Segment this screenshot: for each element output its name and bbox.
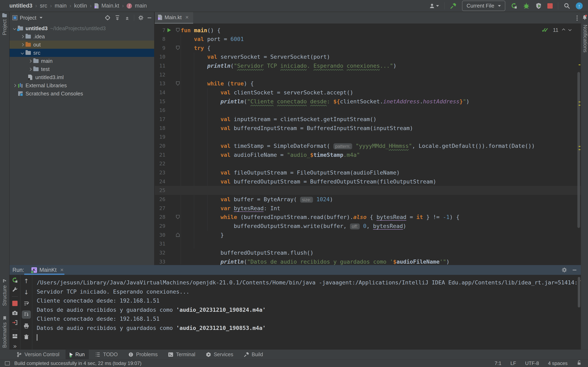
stop-process-button[interactable] [10,300,19,307]
breadcrumb-kotlin-dir[interactable]: kotlin [74,3,87,9]
line-number[interactable]: 22 [155,161,165,167]
run-line-icon[interactable] [167,28,171,32]
line-number[interactable]: 29 [155,223,165,229]
inspections-widget[interactable]: ✓✓ 11 [541,26,571,34]
status-message[interactable]: Build completed successfully in 4 sec, 2… [14,360,141,366]
breadcrumb-main-dir[interactable]: main [55,3,67,9]
tree-expand-arrow[interactable] [27,60,33,62]
notifications-stripe-label[interactable]: Notifications [582,25,588,52]
prev-problem-icon[interactable] [562,29,565,32]
print-button[interactable] [22,322,31,330]
tree-expand-arrow[interactable] [19,35,25,38]
select-opened-file-button[interactable] [104,15,111,21]
tree-row--idea[interactable]: .idea [9,33,154,41]
search-everywhere-button[interactable] [563,2,571,9]
run-tab-mainkt[interactable]: K MainKt × [31,265,63,275]
tree-expand-arrow[interactable] [27,68,33,70]
expand-all-button[interactable] [114,15,121,21]
console-scrollbar[interactable] [578,277,580,308]
fold-collapse-icon[interactable] [176,81,180,86]
readonly-toggle[interactable] [577,360,582,367]
indent-setting[interactable]: 4 spaces [548,360,568,366]
warning-stripe-mark[interactable] [579,105,580,106]
line-number[interactable]: 31 [155,241,165,247]
line-number[interactable]: 25 [155,187,165,193]
fold-end-icon[interactable] [176,233,180,237]
editor-options-button[interactable] [577,16,578,21]
line-number[interactable]: 32 [155,250,165,256]
project-settings-button[interactable] [138,15,144,21]
breadcrumb-file[interactable]: Main.kt [102,3,119,9]
breadcrumb-project[interactable]: untitled3 [9,3,33,9]
file-encoding[interactable]: UTF-8 [525,360,539,366]
project-panel-title[interactable]: Project [20,15,36,21]
chevron-down-icon[interactable] [40,17,43,18]
line-separator[interactable]: LF [510,360,516,366]
close-run-tab-icon[interactable]: × [60,267,63,273]
breadcrumb-function[interactable]: main [135,3,147,9]
line-number[interactable]: 23 [155,170,165,175]
soft-wrap-button[interactable] [22,299,31,308]
line-number[interactable]: 11 [155,63,165,69]
tool-window-button-project[interactable]: Project [2,14,8,35]
line-number[interactable]: 8 [155,36,165,42]
run-with-coverage-button[interactable] [535,2,542,9]
capture-snapshot-button[interactable] [10,310,19,316]
line-number[interactable]: 30 [155,232,165,238]
build-project-button[interactable] [450,2,457,9]
tool-window-button-problems[interactable]: Problems [124,350,162,359]
editor-tab-mainkt[interactable]: Main.kt × [155,12,193,24]
warning-stripe-mark[interactable] [579,149,580,150]
caret-position[interactable]: 7:1 [495,360,502,366]
edit-configuration-button[interactable] [10,286,19,293]
line-number[interactable]: 24 [155,179,165,184]
warning-stripe-mark[interactable] [579,101,580,102]
run-button[interactable] [511,2,518,9]
line-number[interactable]: 18 [155,125,165,131]
tool-window-button-services[interactable]: Services [201,350,237,359]
restore-layout-button[interactable] [10,333,19,340]
line-number[interactable]: 33 [155,259,165,265]
run-console-output[interactable]: /Users/jesusn/Library/Java/JavaVirtualMa… [32,275,581,350]
line-number[interactable]: 21 [155,152,165,158]
window-icon[interactable] [5,361,10,365]
code-editor[interactable]: 7fun main() {8 val port = 60019 try {10 … [155,24,581,265]
scroll-to-end-button[interactable] [22,310,31,319]
line-number[interactable]: 10 [155,54,165,60]
run-settings-button[interactable] [561,267,567,273]
tree-row-src[interactable]: src [9,49,154,57]
line-number[interactable]: 7 [155,27,165,33]
line-number[interactable]: 14 [155,90,165,95]
tool-window-button-todo[interactable]: TODO [91,350,122,359]
fold-collapse-icon[interactable] [176,46,180,50]
tool-window-button-run[interactable]: Run [66,350,89,359]
tool-window-button-version-control[interactable]: Version Control [12,350,63,359]
line-number[interactable]: 19 [155,134,165,140]
notifications-button[interactable] [582,15,588,21]
collapse-all-button[interactable] [124,15,130,21]
tree-row-test[interactable]: test [9,65,154,73]
tree-row-untitled3[interactable]: untitled3~/IdeaProjects/untitled3 [9,24,154,33]
clear-all-button[interactable] [22,333,31,341]
line-number[interactable]: 27 [155,205,165,211]
tool-window-button-terminal[interactable]: Terminal [164,350,199,359]
line-number[interactable]: 16 [155,107,165,113]
show-process-button[interactable] [10,319,19,326]
tree-expand-arrow[interactable] [19,52,25,54]
fold-collapse-icon[interactable] [176,215,180,219]
line-number[interactable]: 28 [155,214,165,220]
tree-expand-arrow[interactable] [19,44,25,46]
tree-row-external-libraries[interactable]: External Libraries [9,81,154,90]
tree-row-untitled3-iml[interactable]: untitled3.iml [9,73,154,81]
update-available-button[interactable]: ↑ [576,2,583,9]
warning-stripe-mark[interactable] [579,64,580,65]
tree-row-out[interactable]: out [9,41,154,49]
debug-button[interactable] [523,2,530,9]
breadcrumb-src[interactable]: src [40,3,47,9]
next-occurrence-button[interactable]: ↓ [22,288,31,296]
more-actions-button[interactable]: » [10,342,19,350]
hide-run-panel-button[interactable] [573,270,576,270]
line-number[interactable]: 17 [155,116,165,122]
line-number[interactable]: 26 [155,196,165,202]
rerun-button[interactable] [10,277,19,284]
